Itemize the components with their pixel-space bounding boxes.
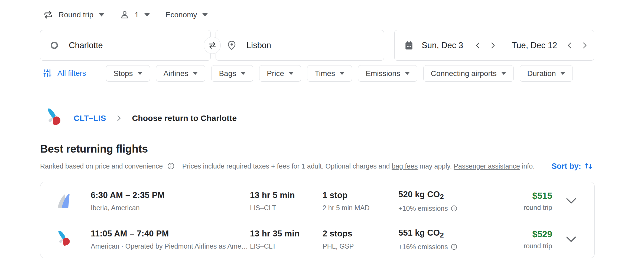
return-date-section[interactable]: Tue, Dec 12	[502, 30, 594, 60]
filter-chip-airlines[interactable]: Airlines	[156, 65, 206, 82]
return-date-value: Tue, Dec 12	[512, 41, 557, 50]
origin-circle-icon	[51, 42, 58, 49]
filter-chip-emissions[interactable]: Emissions	[358, 65, 417, 82]
return-date-previous-button[interactable]	[565, 41, 574, 50]
chevron-right-icon	[581, 42, 588, 49]
filter-chips: Stops Airlines Bags Price Times Emission…	[106, 65, 573, 82]
flight-emissions: +16% emissions	[398, 243, 488, 251]
chevron-down-icon	[566, 197, 576, 205]
swap-origin-destination-button[interactable]	[204, 37, 221, 54]
flight-price: $529	[532, 229, 552, 239]
chevron-down-icon	[501, 72, 506, 75]
flight-stops-detail: PHL, GSP	[323, 242, 398, 250]
results-subtitle: Ranked based on price and convenience Pr…	[40, 160, 595, 172]
passengers-dropdown[interactable]: 1	[120, 10, 150, 19]
chevron-down-icon	[193, 72, 198, 75]
all-filters-label: All filters	[57, 69, 86, 78]
chevron-down-icon	[566, 236, 576, 243]
flight-times: 11:05 AM – 7:40 PM	[91, 229, 253, 238]
flight-route: LIS–CLT	[250, 204, 318, 212]
destination-value: Lisbon	[246, 41, 271, 50]
cabin-class-dropdown[interactable]: Economy	[165, 11, 208, 19]
chip-label: Airlines	[164, 69, 188, 78]
info-icon[interactable]	[451, 243, 457, 250]
origin-field[interactable]: Charlotte	[40, 30, 211, 61]
expand-flight-button[interactable]	[564, 234, 578, 245]
co2-amount: 520 kg CO	[398, 190, 440, 199]
flight-co2: 551 kg CO2	[398, 228, 488, 239]
section-divider	[40, 99, 595, 99]
price-note-text: info.	[520, 162, 535, 170]
flight-stops: 2 stops	[323, 229, 398, 238]
filter-chip-connecting-airports[interactable]: Connecting airports	[423, 65, 514, 82]
filter-chip-price[interactable]: Price	[259, 65, 301, 82]
filter-chip-duration[interactable]: Duration	[520, 65, 573, 82]
chip-label: Bags	[219, 69, 236, 78]
flight-stops-detail: 2 hr 5 min MAD	[323, 204, 398, 212]
chevron-down-icon	[241, 72, 246, 75]
info-icon[interactable]	[167, 162, 175, 170]
breadcrumb: CLT–LIS Choose return to Charlotte	[43, 107, 237, 129]
price-qualifier: round trip	[523, 242, 552, 250]
best-flights-card: 6:30 AM – 2:35 PM Iberia, American 13 hr…	[40, 182, 595, 258]
price-note-text: may apply.	[418, 162, 454, 170]
co2-amount: 551 kg CO	[398, 228, 440, 237]
breadcrumb-current-step: Choose return to Charlotte	[132, 114, 237, 123]
american-airlines-logo	[54, 230, 73, 249]
airline-logo	[54, 191, 74, 211]
co2-subscript: 2	[440, 231, 444, 239]
breadcrumb-route-link[interactable]: CLT–LIS	[74, 114, 106, 123]
flight-route: LIS–CLT	[250, 242, 318, 250]
chip-label: Times	[315, 69, 335, 78]
chip-label: Duration	[527, 69, 556, 78]
return-date-next-button[interactable]	[580, 41, 589, 50]
flight-emissions: +10% emissions	[398, 205, 488, 212]
filters-sliders-icon	[42, 68, 53, 78]
chip-label: Stops	[113, 69, 133, 78]
all-filters-button[interactable]: All filters	[42, 65, 86, 82]
chip-label: Price	[267, 69, 284, 78]
flight-row-american[interactable]: 11:05 AM – 7:40 PM American · Operated b…	[40, 220, 594, 258]
flight-duration: 13 hr 35 min	[250, 229, 318, 238]
passenger-assistance-link[interactable]: Passenger assistance	[454, 162, 520, 170]
departure-date-section[interactable]: Sun, Dec 3	[395, 30, 502, 60]
trip-type-label: Round trip	[58, 11, 93, 19]
filter-chip-times[interactable]: Times	[307, 65, 352, 82]
bag-fees-link[interactable]: bag fees	[392, 162, 418, 170]
chevron-left-icon	[474, 42, 481, 49]
emissions-percent: +16% emissions	[398, 243, 448, 251]
calendar-icon	[404, 40, 414, 51]
expand-flight-button[interactable]	[564, 195, 578, 207]
chip-label: Emissions	[366, 69, 400, 78]
ranked-note: Ranked based on price and convenience	[40, 162, 163, 170]
price-qualifier: round trip	[523, 204, 552, 212]
chip-label: Connecting airports	[431, 69, 497, 78]
filter-chip-bags[interactable]: Bags	[211, 65, 253, 82]
chevron-right-icon	[490, 42, 496, 49]
sort-by-label: Sort by:	[551, 162, 581, 171]
destination-field[interactable]: Lisbon	[216, 30, 384, 61]
flight-row-iberia[interactable]: 6:30 AM – 2:35 PM Iberia, American 13 hr…	[40, 182, 594, 220]
info-icon[interactable]	[451, 205, 457, 212]
breadcrumb-chevron-icon	[116, 115, 122, 122]
dates-field: Sun, Dec 3 Tue, Dec 12	[394, 30, 594, 61]
google-flights-page: Round trip 1 Economy Charlotte	[0, 0, 644, 277]
swap-arrows-icon	[207, 40, 217, 51]
flight-times: 6:30 AM – 2:35 PM	[91, 190, 253, 200]
trip-options-toolbar: Round trip 1 Economy	[43, 5, 208, 25]
departure-date-next-button[interactable]	[489, 41, 497, 50]
departure-date-value: Sun, Dec 3	[422, 41, 463, 50]
departure-date-previous-button[interactable]	[473, 41, 482, 50]
sort-by-button[interactable]: Sort by:	[551, 161, 593, 171]
price-note-text: Prices include required taxes + fees for…	[182, 162, 392, 170]
trip-type-dropdown[interactable]: Round trip	[43, 11, 104, 19]
filter-chip-stops[interactable]: Stops	[106, 65, 150, 82]
passenger-count: 1	[135, 11, 139, 19]
round-trip-icon	[43, 11, 53, 19]
map-pin-icon	[227, 40, 237, 50]
emissions-percent: +10% emissions	[398, 205, 448, 212]
chevron-down-icon	[138, 72, 142, 75]
chevron-down-icon	[405, 72, 410, 75]
flight-price: $515	[532, 191, 552, 201]
iberia-logo	[54, 191, 74, 211]
